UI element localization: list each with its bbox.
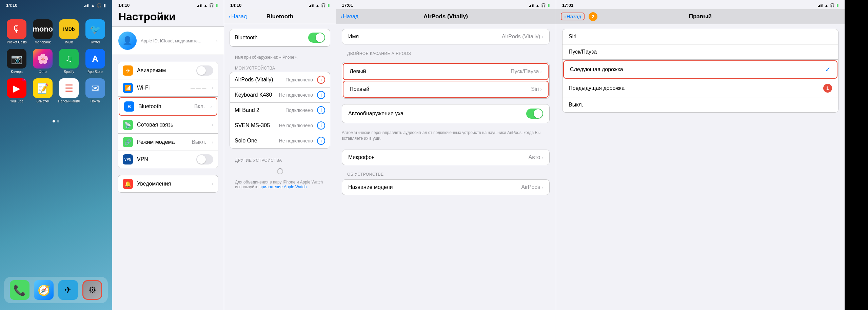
bluetooth-main-row[interactable]: Bluetooth bbox=[230, 29, 330, 46]
settings-cellular[interactable]: 📡 Сотовая связь › bbox=[118, 116, 218, 134]
headphone-3: 🎧 bbox=[321, 3, 326, 7]
nav-bar-bluetooth: ‹ Назад Bluetooth bbox=[224, 9, 336, 24]
airplane-toggle[interactable] bbox=[196, 65, 213, 76]
option-next-label: Следующая дорожка bbox=[570, 66, 825, 73]
app-imdb[interactable]: IMDb IMDb bbox=[58, 19, 80, 44]
back-label-airpods: Назад bbox=[343, 14, 358, 20]
airpods-name-row[interactable]: Имя AirPods (Vitaliy) › bbox=[342, 29, 549, 44]
app-monobank-label: monobank bbox=[35, 40, 51, 44]
auto-ear-row[interactable]: Автообнаружение уха bbox=[342, 104, 549, 123]
app-twitter[interactable]: 🐦 Twitter bbox=[84, 19, 106, 44]
settings-notifications[interactable]: 🔔 Уведомления › bbox=[118, 175, 218, 192]
device-sven[interactable]: SVEN MS-305 Не подключено i bbox=[230, 118, 330, 133]
apple-id-row[interactable]: 👤 Apple ID, iCloud, медиамате... › bbox=[112, 26, 224, 55]
mic-section: Микрофон Авто › bbox=[342, 150, 550, 165]
app-spotify[interactable]: ♫ Spotify bbox=[58, 49, 80, 74]
settings-bluetooth[interactable]: B Bluetooth Вкл. › bbox=[119, 97, 217, 116]
app-twitter-label: Twitter bbox=[90, 40, 100, 44]
app-pocketcasts[interactable]: 🎙 Pocket Casts bbox=[6, 19, 27, 44]
right-ear-row[interactable]: Правый Siri › bbox=[343, 81, 549, 98]
status-bar-4: 17:01 ▲ 🎧 ▮ bbox=[336, 0, 556, 9]
app-photos-label: Фото bbox=[39, 70, 47, 74]
back-button-bluetooth[interactable]: ‹ Назад bbox=[229, 14, 247, 20]
dock-safari[interactable]: 🧭 bbox=[34, 280, 54, 300]
wifi-value: — — — bbox=[191, 85, 206, 91]
left-ear-row[interactable]: Левый Пуск/Пауза › bbox=[343, 63, 549, 80]
auto-ear-toggle[interactable] bbox=[526, 109, 543, 119]
dock-phone[interactable]: 📞 bbox=[10, 280, 29, 300]
settings-wifi[interactable]: 📶 Wi-Fi — — — › bbox=[118, 79, 218, 97]
app-imdb-label: IMDb bbox=[65, 40, 73, 44]
bluetooth-main-toggle[interactable] bbox=[308, 33, 325, 43]
about-section: Название модели AirPods › bbox=[342, 179, 550, 195]
bluetooth-label: Bluetooth bbox=[138, 103, 190, 110]
app-camera[interactable]: 📷 Камера bbox=[6, 49, 27, 74]
device-airpods-name: AirPods (Vitaliy) bbox=[235, 77, 281, 83]
device-soloone-name: Solo One bbox=[235, 138, 275, 144]
app-youtube[interactable]: ▶ 4 YouTube bbox=[6, 78, 27, 103]
status-icons-2: ▲ 🎧 ▮ bbox=[197, 3, 218, 7]
device-miband-status: Подключено bbox=[285, 108, 313, 113]
hotspot-chevron: › bbox=[212, 139, 213, 145]
option-playpause[interactable]: Пуск/Пауза bbox=[563, 44, 838, 60]
option-next-track[interactable]: Следующая дорожка ✓ bbox=[563, 60, 837, 79]
settings-hotspot[interactable]: 🔗 Режим модема Выкл. › bbox=[118, 134, 218, 151]
sven-info-btn[interactable]: i bbox=[317, 121, 325, 130]
notifications-label: Уведомления bbox=[137, 181, 206, 187]
apple-id-sub: Apple ID, iCloud, медиамате... bbox=[141, 38, 211, 43]
app-spotify-icon: ♫ bbox=[59, 49, 79, 69]
mic-value: Авто bbox=[528, 154, 540, 160]
mic-row[interactable]: Микрофон Авто › bbox=[342, 150, 549, 165]
app-notes-icon: 📝 bbox=[33, 78, 53, 98]
nav-bar-right: ‹ Назад 2 Правый bbox=[556, 9, 845, 24]
airplane-label: Авиарежим bbox=[137, 67, 192, 74]
app-spotify-label: Spotify bbox=[64, 70, 74, 74]
apple-watch-link[interactable]: приложение Apple Watch bbox=[259, 185, 307, 189]
option-prev-label: Предыдущая дорожка bbox=[569, 85, 821, 91]
app-reminders-label: Напоминания bbox=[58, 99, 80, 103]
app-appstore[interactable]: A App Store bbox=[84, 49, 106, 74]
back-button-right[interactable]: ‹ Назад 2 bbox=[561, 12, 597, 21]
dock-settings[interactable]: ⚙ bbox=[82, 280, 102, 300]
dock-telegram[interactable]: ✈ bbox=[58, 280, 78, 300]
app-photos[interactable]: 🌸 Фото bbox=[32, 49, 54, 74]
cellular-label: Сотовая связь bbox=[137, 122, 206, 128]
app-reminders[interactable]: ☰ Напоминания bbox=[58, 78, 80, 103]
settings-vpn[interactable]: VPN VPN bbox=[118, 151, 218, 168]
miband-info-btn[interactable]: i bbox=[317, 106, 325, 114]
screens-45-nav: ‹ Назад AirPods (Vitaliy) ‹ Назад 2 Прав… bbox=[336, 9, 845, 24]
device-miband[interactable]: MI Band 2 Подключено i bbox=[230, 103, 330, 118]
app-camera-label: Камера bbox=[11, 70, 23, 74]
right-page-title: Правый bbox=[689, 13, 712, 20]
model-row[interactable]: Название модели AirPods › bbox=[342, 180, 549, 195]
keyboard-info-btn[interactable]: i bbox=[317, 91, 325, 99]
app-monobank[interactable]: mono monobank bbox=[32, 19, 54, 44]
option-siri[interactable]: Siri bbox=[563, 29, 838, 44]
bluetooth-toggle-group: Bluetooth bbox=[230, 29, 330, 47]
option-siri-label: Siri bbox=[569, 34, 832, 40]
vpn-toggle[interactable] bbox=[196, 154, 213, 164]
app-appstore-icon: A bbox=[85, 49, 105, 69]
device-keyboard[interactable]: Keyboard K480 Не подключено i bbox=[230, 88, 330, 103]
status-icons-5: ▲ 🎧 ▮ bbox=[818, 3, 839, 7]
wifi-icon: ▲ bbox=[91, 3, 95, 8]
model-label: Название модели bbox=[348, 184, 521, 190]
device-soloone[interactable]: Solo One Не подключено i bbox=[230, 133, 330, 148]
signal-2 bbox=[197, 4, 202, 7]
back-button-airpods[interactable]: ‹ Назад bbox=[340, 14, 358, 20]
option-off[interactable]: Выкл. bbox=[563, 97, 838, 112]
settings-airplane[interactable]: ✈ Авиарежим bbox=[118, 62, 218, 79]
app-mail[interactable]: ✉ Почта bbox=[84, 78, 106, 103]
option-prev-track[interactable]: Предыдущая дорожка 1 bbox=[563, 79, 838, 97]
soloone-info-btn[interactable]: i bbox=[317, 137, 325, 145]
airpods-info-btn[interactable]: i bbox=[317, 76, 325, 84]
right-ear-value: Siri bbox=[531, 86, 539, 92]
device-airpods[interactable]: AirPods (Vitaliy) Подключено i bbox=[230, 72, 330, 88]
apple-watch-text: Для объединения в пару iPhone и Apple Wa… bbox=[224, 178, 336, 193]
back-chevron-airpods: ‹ bbox=[340, 14, 342, 20]
screen-right-panel: 17:01 ▲ 🎧 ▮ 17:01 bbox=[336, 0, 845, 310]
app-notes[interactable]: 📝 Заметки bbox=[32, 78, 54, 103]
model-value: AirPods bbox=[521, 184, 540, 190]
status-bar-1: 14:10 ▲ 🎧 ▮ bbox=[0, 0, 112, 9]
auto-ear-desc: Автоматически перенаправлять аудиосигнал… bbox=[336, 128, 556, 145]
